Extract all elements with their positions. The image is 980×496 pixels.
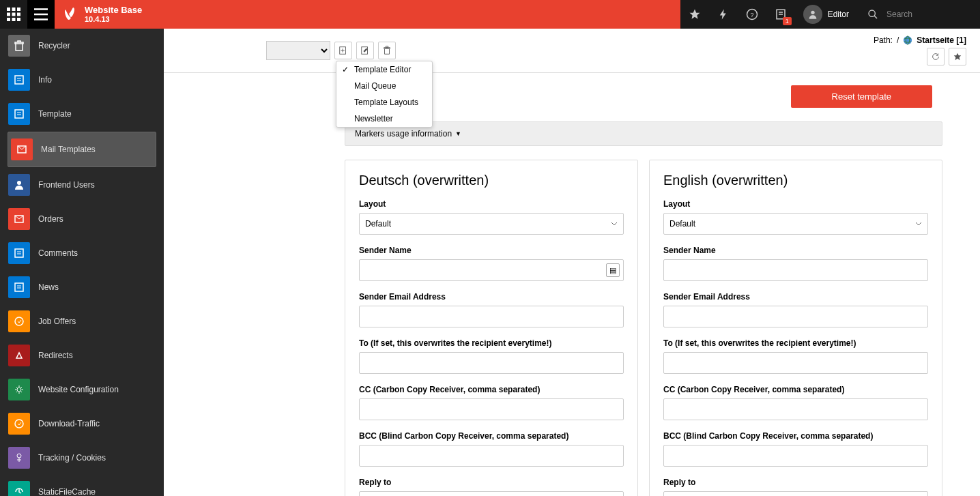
- docs-icon[interactable]: 1: [766, 0, 795, 29]
- bookmark-icon[interactable]: [680, 0, 709, 29]
- svg-rect-29: [15, 249, 23, 257]
- typo3-logo-icon: [61, 6, 78, 23]
- module-icon: [8, 481, 30, 496]
- dropdown-item-newsletter[interactable]: Newsletter: [336, 111, 432, 127]
- edit-button[interactable]: [356, 42, 374, 59]
- reset-template-button[interactable]: Reset template: [791, 85, 932, 108]
- template-select[interactable]: [266, 41, 330, 60]
- reply-de[interactable]: [359, 491, 624, 496]
- sidebar-item-download-traffic[interactable]: Download-Traffic: [0, 407, 164, 441]
- svg-rect-32: [15, 283, 23, 291]
- svg-rect-8: [17, 18, 20, 21]
- sidebar-item-recycler[interactable]: Recycler: [0, 29, 164, 63]
- module-icon: [8, 310, 30, 332]
- dropdown-item-template-editor[interactable]: Template Editor: [336, 61, 432, 78]
- svg-rect-5: [17, 13, 20, 16]
- tree-toggle[interactable]: [27, 0, 55, 29]
- user-menu[interactable]: Editor: [795, 5, 857, 24]
- svg-rect-2: [17, 8, 20, 11]
- svg-rect-6: [7, 18, 10, 21]
- sidebar-item-mail-templates[interactable]: Mail Templates: [8, 132, 156, 167]
- avatar-icon: [803, 5, 822, 24]
- search-icon: [867, 9, 878, 20]
- dropdown-item-mail-queue[interactable]: Mail Queue: [336, 78, 432, 94]
- col-title-de: Deutsch (overwritten): [359, 173, 624, 188]
- layout-select-en[interactable]: Default: [663, 213, 928, 235]
- col-title-en: English (overwritten): [663, 173, 928, 188]
- svg-point-46: [904, 36, 912, 44]
- cc-de[interactable]: [359, 398, 624, 420]
- chevron-down-icon: [915, 220, 922, 227]
- refresh-button[interactable]: [927, 48, 945, 65]
- bookmark-button[interactable]: [949, 48, 966, 65]
- markers-accordion[interactable]: Markers usage information▼: [345, 121, 942, 146]
- to-de[interactable]: [359, 352, 624, 374]
- sidebar-item-job-offers[interactable]: Job Offers: [0, 304, 164, 338]
- svg-rect-1: [12, 8, 16, 11]
- module-dropdown: Template EditorMail QueueTemplate Layout…: [336, 61, 433, 128]
- form-german: Deutsch (overwritten) Layout Default Sen…: [345, 160, 638, 496]
- brand: Website Base 10.4.13: [55, 0, 152, 29]
- sidebar-item-orders[interactable]: Orders: [0, 202, 164, 236]
- module-icon: [8, 345, 30, 366]
- sender-name-en[interactable]: [663, 259, 928, 281]
- module-icon: [8, 69, 30, 91]
- bcc-de[interactable]: [359, 445, 624, 467]
- module-icon: [8, 413, 30, 435]
- form-english: English (overwritten) Layout Default Sen…: [649, 160, 942, 496]
- sidebar-item-info[interactable]: Info: [0, 63, 164, 97]
- cache-icon[interactable]: [709, 0, 738, 29]
- sidebar-item-staticfilecache[interactable]: StaticFileCache: [0, 475, 164, 496]
- apps-toggle[interactable]: [0, 0, 27, 29]
- module-icon: [8, 379, 30, 400]
- svg-rect-7: [12, 18, 16, 21]
- svg-rect-10: [34, 14, 48, 16]
- svg-rect-3: [7, 13, 10, 16]
- svg-point-35: [15, 317, 23, 325]
- sidebar-item-frontend-users[interactable]: Frontend Users: [0, 168, 164, 202]
- svg-rect-23: [15, 110, 23, 118]
- sidebar-item-news[interactable]: News: [0, 270, 164, 304]
- module-icon: [8, 447, 30, 469]
- reply-en[interactable]: [663, 491, 928, 496]
- globe-icon: [903, 35, 912, 45]
- help-icon[interactable]: ?: [738, 0, 766, 29]
- sidebar-item-redirects[interactable]: Redirects: [0, 338, 164, 373]
- new-button[interactable]: [334, 42, 352, 59]
- module-icon: [8, 208, 30, 230]
- svg-rect-0: [7, 8, 10, 11]
- to-en[interactable]: [663, 352, 928, 374]
- module-icon: [8, 174, 30, 196]
- sender-email-de[interactable]: [359, 306, 624, 327]
- bcc-en[interactable]: [663, 445, 928, 467]
- cc-en[interactable]: [663, 398, 928, 420]
- sidebar-item-tracking-cookies[interactable]: Tracking / Cookies: [0, 441, 164, 475]
- toolbar: Path: / Startseite [1]: [164, 29, 980, 73]
- search[interactable]: Search: [857, 9, 980, 20]
- svg-point-27: [17, 181, 21, 185]
- dropdown-item-template-layouts[interactable]: Template Layouts: [336, 94, 432, 111]
- sidebar-item-template[interactable]: Template: [0, 97, 164, 131]
- sidebar-item-website-configuration[interactable]: Website Configuration: [0, 373, 164, 407]
- search-placeholder: Search: [887, 10, 912, 19]
- breadcrumb-page[interactable]: Startseite [1]: [917, 35, 966, 45]
- svg-text:?: ?: [750, 12, 753, 18]
- svg-point-18: [869, 10, 875, 16]
- svg-point-17: [811, 11, 814, 14]
- module-icon: [8, 103, 30, 125]
- chevron-down-icon: [611, 220, 618, 227]
- svg-line-19: [874, 16, 877, 18]
- user-name: Editor: [828, 10, 849, 19]
- sidebar: RecyclerInfoTemplateMail TemplatesFronte…: [0, 29, 164, 496]
- contact-picker-icon[interactable]: ▤: [606, 263, 620, 277]
- module-icon: [8, 35, 30, 57]
- layout-select-de[interactable]: Default: [359, 213, 624, 235]
- site-title: Website Base: [85, 5, 142, 16]
- sender-email-en[interactable]: [663, 306, 928, 327]
- delete-button[interactable]: [378, 42, 396, 59]
- sender-name-de[interactable]: [359, 259, 624, 281]
- breadcrumb: Path: / Startseite [1]: [874, 35, 966, 45]
- svg-point-36: [17, 388, 21, 392]
- sidebar-item-comments[interactable]: Comments: [0, 236, 164, 270]
- svg-rect-4: [12, 13, 16, 16]
